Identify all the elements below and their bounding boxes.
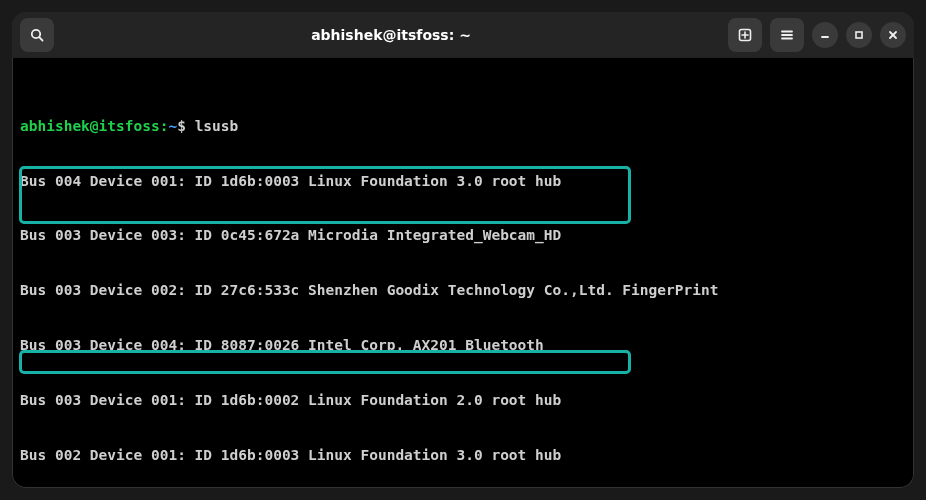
minimize-button[interactable] [812, 22, 838, 48]
prompt-user-host: abhishek@itsfoss [20, 118, 160, 134]
titlebar-left [20, 18, 54, 52]
titlebar-right [728, 18, 906, 52]
terminal-window: abhishek@itsfoss: ~ [12, 12, 914, 488]
new-tab-button[interactable] [728, 18, 762, 52]
hamburger-icon [779, 27, 795, 43]
output-line: Bus 003 Device 004: ID 8087:0026 Intel C… [20, 336, 906, 354]
output-line: Bus 004 Device 001: ID 1d6b:0003 Linux F… [20, 172, 906, 190]
prompt-line: abhishek@itsfoss:~$ lsusb [20, 117, 906, 135]
titlebar: abhishek@itsfoss: ~ [12, 12, 914, 58]
prompt-cwd: ~ [168, 118, 177, 134]
command-text: lsusb [195, 118, 239, 134]
output-line: Bus 003 Device 002: ID 27c6:533c Shenzhe… [20, 281, 906, 299]
terminal-body[interactable]: abhishek@itsfoss:~$ lsusb Bus 004 Device… [12, 58, 914, 488]
maximize-button[interactable] [846, 22, 872, 48]
close-button[interactable] [880, 22, 906, 48]
hamburger-menu-button[interactable] [770, 18, 804, 52]
output-line: Bus 003 Device 001: ID 1d6b:0002 Linux F… [20, 391, 906, 409]
svg-line-1 [39, 37, 42, 40]
search-button[interactable] [20, 18, 54, 52]
prompt-symbol: $ [177, 118, 186, 134]
svg-rect-9 [856, 32, 862, 38]
new-tab-icon [737, 27, 753, 43]
output-line: Bus 003 Device 003: ID 0c45:672a Microdi… [20, 226, 906, 244]
close-icon [887, 29, 899, 41]
output-line: Bus 002 Device 001: ID 1d6b:0003 Linux F… [20, 446, 906, 464]
search-icon [29, 27, 45, 43]
minimize-icon [819, 29, 831, 41]
maximize-icon [853, 29, 865, 41]
window-title: abhishek@itsfoss: ~ [62, 27, 720, 43]
